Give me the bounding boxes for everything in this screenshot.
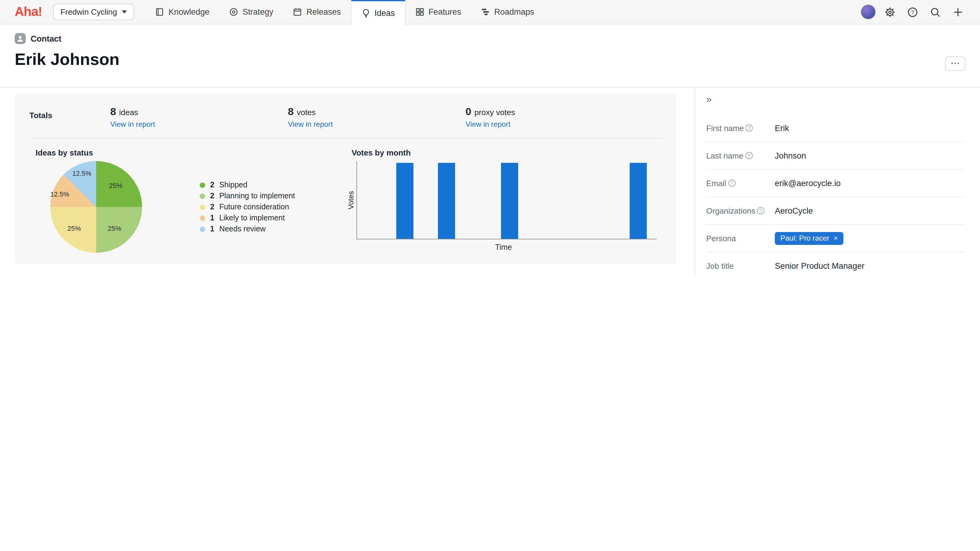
info-icon[interactable]: ? bbox=[757, 206, 764, 214]
stat-unit: ideas bbox=[119, 108, 138, 117]
legend-item: 1Needs review bbox=[200, 225, 295, 233]
field-label: Persona bbox=[706, 233, 775, 243]
legend-count: 1 bbox=[210, 214, 215, 222]
nav-item-strategy[interactable]: Strategy bbox=[219, 0, 283, 24]
legend-dot bbox=[200, 215, 205, 221]
nav-item-releases[interactable]: Releases bbox=[283, 0, 351, 24]
status-pie bbox=[50, 161, 142, 253]
legend-dot bbox=[200, 226, 205, 232]
nav-item-roadmaps[interactable]: Roadmaps bbox=[471, 0, 544, 24]
legend-item: 1Likely to implement bbox=[200, 214, 295, 222]
pie-legend: 2Shipped 2Planning to implement 2Future … bbox=[200, 178, 295, 236]
nav-label: Strategy bbox=[243, 7, 274, 16]
field-label: Job title bbox=[706, 261, 775, 270]
add-plus-icon[interactable] bbox=[950, 3, 967, 21]
ideas-by-status-chart: Ideas by status 25% 25% 25% 12.5% 12.5% bbox=[29, 148, 336, 253]
x-axis-label: Time bbox=[345, 243, 662, 252]
top-nav: Aha! Fredwin Cycling Knowledge Strategy … bbox=[0, 0, 980, 24]
nav-label: Ideas bbox=[375, 8, 395, 17]
field-job-title: Job title Senior Product Manager bbox=[706, 252, 965, 275]
pie-label: 12.5% bbox=[50, 191, 69, 198]
field-value[interactable]: Erik bbox=[775, 123, 789, 133]
ideas-stat: 8ideas View in report bbox=[110, 106, 288, 129]
field-last-name: Last name? Johnson bbox=[706, 142, 965, 170]
view-in-report-link[interactable]: View in report bbox=[288, 120, 332, 129]
grid-icon bbox=[415, 7, 424, 16]
nav-item-features[interactable]: Features bbox=[405, 0, 471, 24]
search-icon[interactable] bbox=[927, 3, 944, 21]
gantt-icon bbox=[481, 7, 490, 16]
nav-item-ideas[interactable]: Ideas bbox=[351, 0, 405, 24]
info-icon[interactable]: ? bbox=[728, 179, 735, 186]
legend-dot bbox=[200, 204, 205, 210]
stat-value: 8 bbox=[288, 106, 294, 118]
legend-label: Needs review bbox=[219, 225, 266, 233]
field-label: First name? bbox=[706, 123, 775, 133]
pie-label: 12.5% bbox=[72, 170, 91, 177]
page-title: Erik Johnson bbox=[15, 50, 965, 69]
contact-details-sidebar: » First name? Erik Last name? Johnson Em… bbox=[695, 87, 980, 275]
app-window: Aha! Fredwin Cycling Knowledge Strategy … bbox=[0, 0, 980, 275]
nav-label: Releases bbox=[307, 7, 341, 16]
vote-bar bbox=[396, 162, 413, 239]
releases-icon bbox=[293, 7, 302, 16]
field-label: Email? bbox=[706, 178, 775, 187]
contact-icon bbox=[15, 33, 26, 44]
vote-bar bbox=[501, 162, 518, 239]
nav-label: Roadmaps bbox=[494, 7, 535, 16]
nav-label: Features bbox=[428, 7, 461, 16]
info-icon[interactable]: ? bbox=[746, 124, 753, 131]
field-value[interactable]: AeroCycle bbox=[775, 206, 813, 215]
proxy-votes-stat: 0proxy votes View in report bbox=[466, 106, 643, 129]
charts-row: Ideas by status 25% 25% 25% 12.5% 12.5% bbox=[29, 148, 662, 253]
chevron-down-icon bbox=[122, 10, 127, 13]
legend-count: 2 bbox=[210, 203, 215, 211]
persona-tag[interactable]: Paul: Pro racer × bbox=[775, 232, 843, 245]
field-first-name: First name? Erik bbox=[706, 114, 965, 142]
legend-count: 2 bbox=[210, 181, 215, 189]
aha-logo: Aha! bbox=[0, 0, 53, 24]
chart-title: Ideas by status bbox=[29, 148, 336, 157]
status-pie-wrap: 25% 25% 25% 12.5% 12.5% bbox=[50, 161, 142, 253]
totals-card: Totals 8ideas View in report 8votes View… bbox=[15, 94, 676, 264]
content: Totals 8ideas View in report 8votes View… bbox=[0, 87, 980, 275]
legend-label: Future consideration bbox=[219, 203, 289, 211]
field-value[interactable]: Senior Product Manager bbox=[775, 261, 865, 270]
workspace-selector[interactable]: Fredwin Cycling bbox=[53, 4, 134, 20]
field-value[interactable]: Johnson bbox=[775, 151, 806, 160]
page-header: Contact Erik Johnson ⋯ bbox=[0, 24, 980, 87]
votes-stat: 8votes View in report bbox=[288, 106, 466, 129]
legend-dot bbox=[200, 182, 205, 187]
legend-item: 2Shipped bbox=[200, 181, 295, 189]
settings-gear-icon[interactable] bbox=[881, 3, 899, 21]
nav-right: ? bbox=[861, 0, 980, 24]
pie-label: 25% bbox=[108, 225, 121, 232]
breadcrumb-label: Contact bbox=[30, 34, 62, 43]
collapse-sidebar-icon[interactable]: » bbox=[706, 94, 719, 105]
remove-persona-icon[interactable]: × bbox=[834, 234, 838, 243]
stat-value: 0 bbox=[466, 106, 471, 118]
stat-unit: proxy votes bbox=[474, 108, 515, 117]
field-value[interactable]: erik@aerocycle.io bbox=[775, 178, 841, 187]
knowledge-icon bbox=[155, 7, 164, 16]
workspace-name: Fredwin Cycling bbox=[60, 7, 117, 16]
view-in-report-link[interactable]: View in report bbox=[110, 120, 155, 129]
view-in-report-link[interactable]: View in report bbox=[466, 120, 510, 129]
strategy-icon bbox=[229, 7, 238, 16]
legend-count: 2 bbox=[210, 192, 215, 200]
nav-item-knowledge[interactable]: Knowledge bbox=[145, 0, 219, 24]
persona-tag-label: Paul: Pro racer bbox=[780, 234, 829, 243]
votes-by-month-chart: Votes by month Votes Time bbox=[336, 148, 662, 253]
more-options-button[interactable]: ⋯ bbox=[945, 56, 965, 71]
nav-items: Knowledge Strategy Releases Ideas Featur… bbox=[145, 0, 544, 24]
user-avatar[interactable] bbox=[861, 4, 876, 20]
legend-dot bbox=[200, 193, 205, 198]
legend-count: 1 bbox=[210, 225, 215, 233]
nav-label: Knowledge bbox=[169, 7, 210, 16]
y-axis-label: Votes bbox=[345, 161, 356, 240]
info-icon[interactable]: ? bbox=[745, 151, 752, 159]
field-label: Organizations? bbox=[706, 206, 775, 215]
help-icon[interactable]: ? bbox=[904, 3, 921, 21]
totals-row: Totals 8ideas View in report 8votes View… bbox=[29, 106, 662, 129]
legend-label: Shipped bbox=[219, 181, 247, 189]
